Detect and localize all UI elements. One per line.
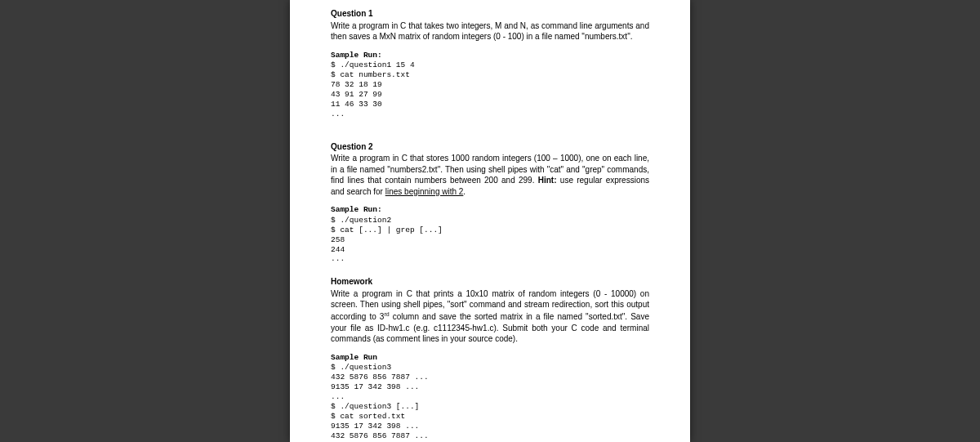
q2-body-text3: . [463, 187, 466, 196]
q2-body-underline: lines beginning with 2 [385, 187, 464, 196]
homework: Homework Write a program in C that print… [331, 276, 649, 440]
hw-code: $ ./question3 432 5876 856 7887 ... 9135… [331, 363, 649, 440]
question-2: Question 2 Write a program in C that sto… [331, 141, 649, 265]
document-page: Question 1 Write a program in C that tak… [290, 0, 690, 442]
q2-sample-label: Sample Run: [331, 205, 649, 216]
q2-body: Write a program in C that stores 1000 ra… [331, 153, 649, 197]
q1-sample-label: Sample Run: [331, 51, 649, 61]
q2-code: $ ./question2 $ cat [...] | grep [...] 2… [331, 216, 649, 264]
q1-body: Write a program in C that takes two inte… [331, 20, 649, 42]
hw-body: Write a program in C that prints a 10x10… [331, 288, 649, 345]
question-1: Question 1 Write a program in C that tak… [331, 8, 649, 119]
q1-code: $ ./question1 15 4 $ cat numbers.txt 78 … [331, 60, 649, 118]
q1-title: Question 1 [331, 8, 649, 20]
q2-hint: Hint: [538, 176, 557, 185]
hw-title: Homework [331, 276, 649, 288]
gap [331, 268, 649, 276]
hw-sample-label: Sample Run [331, 353, 649, 364]
gap [331, 123, 649, 141]
q2-title: Question 2 [331, 141, 649, 153]
